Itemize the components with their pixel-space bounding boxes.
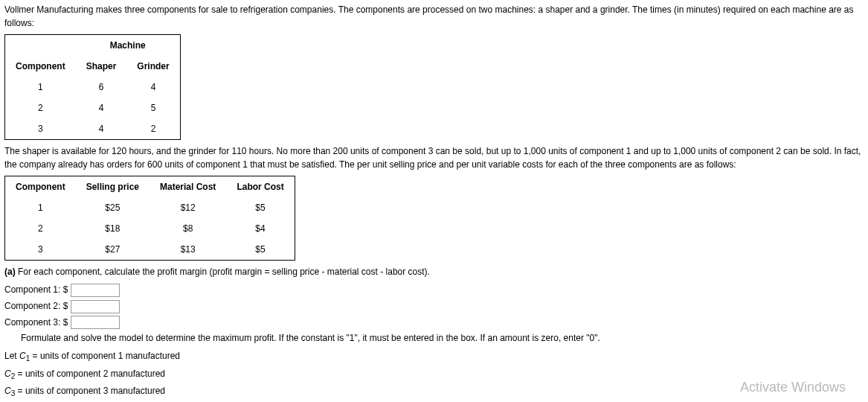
price-header-material: Material Cost — [150, 176, 226, 198]
machine-header-component: Component — [5, 56, 76, 77]
cell: 1 — [5, 197, 76, 218]
intro-paragraph-1: Vollmer Manufacturing makes three compon… — [4, 3, 864, 30]
c1-def: = units of component 1 manufactured — [30, 351, 180, 361]
price-header-price: Selling price — [76, 176, 150, 198]
cell: 4 — [126, 77, 180, 98]
cell: 2 — [5, 98, 76, 118]
c2-def: = units of component 2 manufactured — [15, 368, 165, 379]
cell: 1 — [5, 77, 76, 98]
cell: $8 — [150, 218, 226, 239]
cell: $5 — [226, 197, 295, 218]
cell: $5 — [226, 239, 295, 261]
component-2-input[interactable] — [71, 300, 120, 313]
formulate-instruction: Formulate and solve the model to determi… — [21, 331, 864, 345]
let-c1-row: Let C1 = units of component 1 manufactur… — [4, 349, 864, 364]
table-row: 3 $27 $13 $5 — [5, 239, 295, 261]
table-row: 1 6 4 — [5, 77, 181, 98]
let-c2-row: C2 = units of component 2 manufactured — [4, 367, 864, 382]
price-table: Component Selling price Material Cost La… — [4, 176, 295, 261]
table-row: 2 4 5 — [5, 98, 181, 118]
cell: 6 — [76, 77, 127, 98]
cell: $4 — [226, 218, 295, 239]
cell: 5 — [126, 98, 180, 118]
machine-header-grinder: Grinder — [126, 56, 180, 77]
part-a-label: (a) — [4, 267, 18, 277]
cell: $13 — [150, 239, 226, 261]
cell: $12 — [150, 197, 226, 218]
part-a-text: For each component, calculate the profit… — [18, 267, 430, 277]
table-row: 3 4 2 — [5, 118, 181, 140]
component-1-input[interactable] — [71, 284, 120, 297]
table-row: 1 $25 $12 $5 — [5, 197, 295, 218]
cell: 3 — [5, 118, 76, 140]
machine-super-header: Machine — [76, 35, 181, 57]
price-header-labor: Labor Cost — [226, 176, 295, 198]
component-1-label: Component 1: $ — [4, 284, 68, 295]
cell: 2 — [5, 218, 76, 239]
cell: 4 — [76, 118, 127, 140]
cell: $18 — [76, 218, 150, 239]
c3-def: = units of component 3 manufactured — [15, 386, 165, 396]
cell: $25 — [76, 197, 150, 218]
intro-paragraph-2: The shaper is available for 120 hours, a… — [4, 144, 864, 171]
machine-table: Machine Component Shaper Grinder 1 6 4 2… — [4, 34, 181, 140]
cell: 2 — [126, 118, 180, 140]
component-3-input[interactable] — [71, 316, 120, 329]
component-2-label: Component 2: $ — [4, 301, 68, 311]
component-3-label: Component 3: $ — [4, 317, 68, 328]
cell: $27 — [76, 239, 150, 261]
price-header-component: Component — [5, 176, 76, 198]
machine-header-shaper: Shaper — [76, 56, 127, 77]
part-a-prompt: (a) For each component, calculate the pr… — [4, 265, 864, 278]
cell: 3 — [5, 239, 76, 261]
table-row: 2 $18 $8 $4 — [5, 218, 295, 239]
let-c3-row: C3 = units of component 3 manufactured — [4, 384, 864, 399]
let-label: Let — [4, 351, 19, 361]
cell: 4 — [76, 98, 127, 118]
